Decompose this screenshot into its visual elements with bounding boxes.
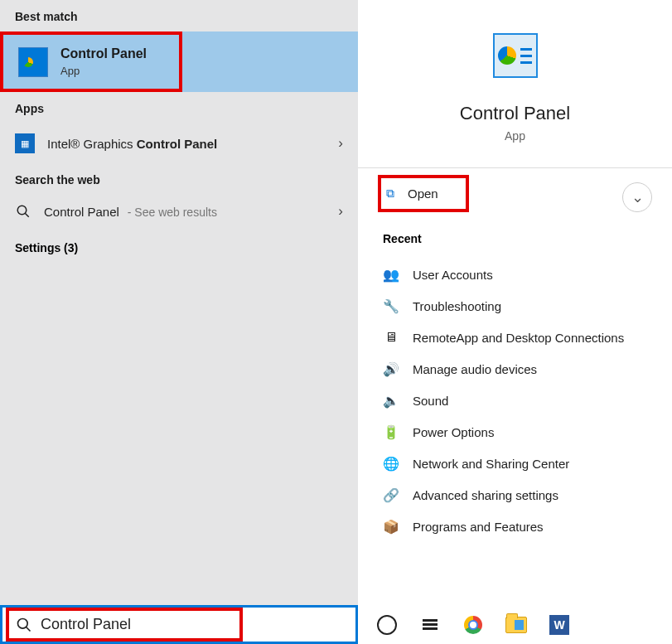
chrome-icon[interactable]: [461, 613, 486, 637]
recent-item-user-accounts[interactable]: 👥User Accounts: [378, 259, 652, 290]
chevron-right-icon: ›: [338, 135, 343, 152]
search-bar[interactable]: [0, 605, 358, 644]
web-label: Control Panel - See web results: [44, 205, 217, 219]
recent-item-audio-devices[interactable]: 🔊Manage audio devices: [378, 353, 652, 385]
expand-button[interactable]: ⌄: [622, 182, 652, 212]
sharing-icon: 🔗: [383, 487, 399, 503]
recent-header: Recent: [383, 232, 647, 245]
details-pane: Control Panel App ⧉ Open ⌄ Recent 👥User …: [358, 0, 672, 605]
search-results-pane: Best match Control Panel App Apps ▦ Inte…: [0, 0, 358, 605]
remoteapp-icon: 🖥: [383, 329, 399, 346]
recent-item-power-options[interactable]: 🔋Power Options: [378, 416, 652, 448]
open-label: Open: [408, 186, 438, 201]
svg-line-1: [25, 213, 29, 217]
power-icon: 🔋: [383, 424, 399, 440]
svg-line-3: [27, 627, 31, 631]
audio-icon: 🔊: [383, 361, 399, 377]
sound-icon: 🔈: [383, 392, 399, 409]
troubleshooting-icon: 🔧: [383, 298, 399, 314]
best-match-subtitle: App: [60, 65, 147, 77]
file-explorer-icon[interactable]: [504, 613, 529, 637]
recent-item-advanced-sharing[interactable]: 🔗Advanced sharing settings: [378, 479, 652, 511]
taskbar: W: [358, 605, 672, 644]
open-button[interactable]: ⧉ Open: [378, 175, 469, 212]
settings-header[interactable]: Settings (3): [0, 228, 358, 268]
word-icon[interactable]: W: [547, 613, 572, 637]
chevron-right-icon: ›: [338, 203, 343, 220]
hero-subtitle: App: [505, 129, 525, 143]
intel-graphics-icon: ▦: [15, 133, 35, 153]
programs-icon: 📦: [383, 518, 399, 535]
recent-item-sound[interactable]: 🔈Sound: [378, 385, 652, 416]
hero-title: Control Panel: [460, 103, 570, 124]
recent-item-programs-features[interactable]: 📦Programs and Features: [378, 511, 652, 542]
control-panel-icon-large: [493, 33, 538, 78]
svg-point-2: [18, 618, 28, 628]
control-panel-icon: [18, 47, 48, 77]
task-view-icon[interactable]: [418, 613, 442, 637]
web-header: Search the web: [0, 163, 358, 195]
best-match-title: Control Panel: [60, 46, 147, 61]
cortana-icon[interactable]: [375, 613, 399, 637]
chevron-down-icon: ⌄: [631, 188, 644, 206]
apps-header: Apps: [0, 92, 358, 123]
user-accounts-icon: 👥: [383, 266, 399, 283]
best-match-header: Best match: [0, 0, 358, 31]
recent-item-troubleshooting[interactable]: 🔧Troubleshooting: [378, 290, 652, 322]
svg-point-0: [17, 206, 27, 215]
search-icon: [15, 203, 31, 220]
search-input[interactable]: [41, 616, 233, 633]
best-match-result[interactable]: Control Panel App: [0, 31, 182, 92]
hero-section: Control Panel App: [358, 25, 672, 167]
taskbar-row: W: [0, 605, 672, 644]
web-result[interactable]: Control Panel - See web results ›: [0, 195, 358, 228]
recent-item-remoteapp[interactable]: 🖥RemoteApp and Desktop Connections: [378, 322, 652, 353]
network-icon: 🌐: [383, 455, 399, 472]
app-label: Intel® Graphics Control Panel: [47, 137, 326, 151]
open-icon: ⧉: [386, 186, 394, 201]
recent-item-network-sharing[interactable]: 🌐Network and Sharing Center: [378, 448, 652, 479]
app-result-intel-graphics[interactable]: ▦ Intel® Graphics Control Panel ›: [0, 123, 358, 163]
search-icon: [16, 617, 32, 633]
recent-section: Recent 👥User Accounts 🔧Troubleshooting 🖥…: [358, 214, 672, 552]
